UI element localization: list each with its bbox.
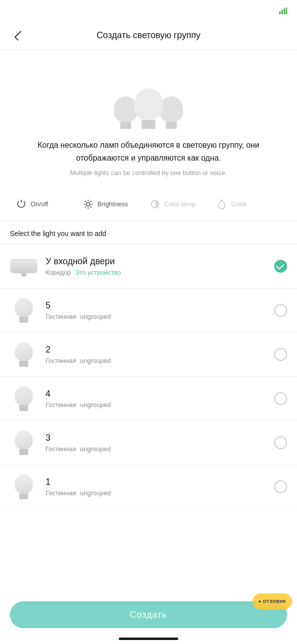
- feature-color: Color: [215, 198, 282, 211]
- list-item[interactable]: 3 Гостинная ungrouped: [0, 421, 297, 465]
- light-room: Гостинная: [46, 357, 76, 364]
- light-meta: Гостинная ungrouped: [46, 445, 274, 453]
- create-button[interactable]: Создать: [10, 601, 287, 628]
- home-indicator: [119, 638, 178, 640]
- section-header: Select the light you want to add: [0, 221, 297, 244]
- light-thumb-bulb: [10, 429, 38, 457]
- svg-line-10: [90, 206, 91, 207]
- svg-line-12: [90, 201, 91, 202]
- feature-onoff: On/off: [15, 198, 82, 211]
- svg-line-9: [85, 201, 86, 202]
- light-info: 3 Гостинная ungrouped: [46, 433, 274, 453]
- onoff-label: On/off: [31, 200, 48, 208]
- radio-unchecked[interactable]: [274, 304, 287, 317]
- light-name: 4: [46, 389, 274, 399]
- page-title: Создать световую группу: [26, 30, 271, 41]
- light-list: У входной двери Коридор Это устройство 5…: [0, 244, 297, 509]
- radio-unchecked[interactable]: [274, 436, 287, 449]
- light-tag: Это устройство: [75, 269, 121, 276]
- light-thumb-bulb: [10, 473, 38, 501]
- svg-line-11: [85, 206, 86, 207]
- light-name: 3: [46, 433, 274, 443]
- back-chevron-icon: [14, 31, 24, 41]
- list-item[interactable]: У входной двери Коридор Это устройство: [0, 244, 297, 289]
- list-item[interactable]: 2 Гостинная ungrouped: [0, 333, 297, 377]
- radio-unchecked[interactable]: [274, 348, 287, 361]
- light-info: 5 Гостинная ungrouped: [46, 300, 274, 320]
- light-info: 4 Гостинная ungrouped: [46, 389, 274, 409]
- hero-section: Когда несколько ламп объединяются в свет…: [0, 50, 297, 188]
- light-ungrouped: ungrouped: [80, 401, 111, 409]
- light-name: 2: [46, 345, 274, 355]
- light-ungrouped: ungrouped: [80, 489, 111, 497]
- light-info: 1 Гостинная ungrouped: [46, 477, 274, 497]
- light-room: Гостинная: [46, 401, 76, 409]
- light-info: 2 Гостинная ungrouped: [46, 345, 274, 364]
- bulb-center: [134, 88, 163, 129]
- light-ungrouped: ungrouped: [80, 313, 111, 320]
- light-room: Коридор: [46, 269, 71, 276]
- svg-rect-3: [286, 7, 288, 14]
- light-meta: Коридор Это устройство: [46, 269, 274, 276]
- radio-unchecked[interactable]: [274, 480, 287, 493]
- light-thumb-bulb: [10, 296, 38, 324]
- light-name: У входной двери: [46, 256, 274, 267]
- watermark: ● ОТЗОВИК: [252, 593, 292, 609]
- svg-rect-2: [284, 8, 285, 14]
- feature-brightness: Brightness: [82, 198, 148, 211]
- light-ungrouped: ungrouped: [80, 357, 111, 364]
- list-item[interactable]: 1 Гостинная ungrouped: [0, 465, 297, 509]
- light-thumb-bulb: [10, 385, 38, 412]
- colortemp-label: Color temp: [164, 200, 196, 208]
- svg-rect-1: [282, 10, 283, 14]
- light-ungrouped: ungrouped: [80, 445, 111, 453]
- radio-unchecked[interactable]: [274, 392, 287, 405]
- header: Создать световую группу: [0, 22, 297, 50]
- light-meta: Гостинная ungrouped: [46, 357, 274, 364]
- light-room: Гостинная: [46, 313, 76, 320]
- light-thumb-bulb: [10, 341, 38, 368]
- sun-icon: [82, 198, 95, 211]
- signal-icon: [279, 7, 287, 14]
- hero-main-text: Когда несколько ламп объединяются в свет…: [20, 139, 277, 164]
- svg-point-4: [86, 202, 90, 206]
- svg-rect-0: [279, 11, 281, 14]
- light-meta: Гостинная ungrouped: [46, 401, 274, 409]
- bulbs-illustration: [109, 64, 188, 129]
- light-meta: Гостинная ungrouped: [46, 489, 274, 497]
- back-button[interactable]: [10, 28, 26, 44]
- light-thumb-ceiling: [10, 252, 38, 280]
- light-name: 5: [46, 300, 274, 311]
- feature-colortemp: Color temp: [148, 198, 215, 211]
- list-item[interactable]: 4 Гостинная ungrouped: [0, 377, 297, 421]
- light-room: Гостинная: [46, 445, 76, 453]
- light-meta: Гостинная ungrouped: [46, 313, 274, 320]
- list-item[interactable]: 5 Гостинная ungrouped: [0, 289, 297, 333]
- drop-icon: [215, 198, 228, 211]
- features-row: On/off Brightness: [0, 188, 297, 221]
- light-info: У входной двери Коридор Это устройство: [46, 256, 274, 276]
- hero-sub-text: Multiple lights can be controlled by one…: [70, 168, 227, 178]
- half-circle-icon: [148, 198, 161, 211]
- section-title: Select the light you want to add: [10, 230, 106, 237]
- status-bar: [0, 0, 297, 22]
- brightness-label: Brightness: [98, 200, 128, 208]
- bulb-right: [159, 96, 183, 129]
- light-name: 1: [46, 477, 274, 487]
- color-label: Color: [231, 200, 247, 208]
- radio-checked[interactable]: [274, 260, 287, 273]
- power-icon: [15, 198, 28, 211]
- light-room: Гостинная: [46, 489, 76, 497]
